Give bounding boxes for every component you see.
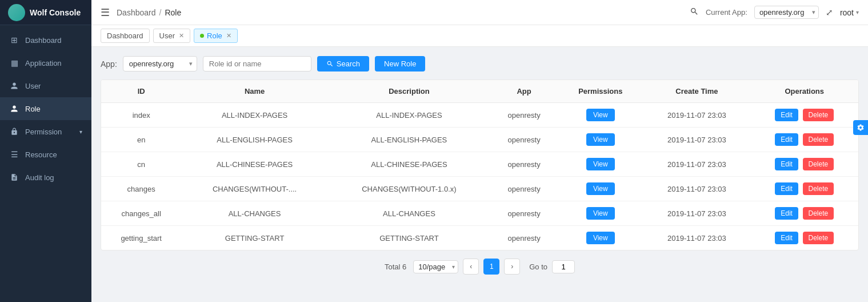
audit-log-icon bbox=[9, 172, 19, 182]
cell-permissions: View bbox=[558, 177, 643, 201]
edit-role-button[interactable]: Edit bbox=[775, 133, 798, 146]
delete-role-button[interactable]: Delete bbox=[803, 232, 834, 244]
cell-operations: Edit Delete bbox=[750, 201, 858, 226]
page-size-wrapper: 10/page 20/page 50/page bbox=[413, 260, 458, 273]
view-permissions-button[interactable]: View bbox=[586, 232, 615, 244]
role-search-input[interactable] bbox=[203, 56, 311, 71]
tab-user[interactable]: User ✕ bbox=[153, 29, 190, 43]
view-permissions-button[interactable]: View bbox=[586, 207, 615, 220]
cell-permissions: View bbox=[558, 128, 643, 152]
table-row: cn ALL-CHINESE-PAGES ALL-CHINESE-PAGES o… bbox=[101, 152, 858, 177]
cell-operations: Edit Delete bbox=[750, 177, 858, 201]
edit-role-button[interactable]: Edit bbox=[775, 182, 798, 195]
cell-name: ALL-INDEX-PAGES bbox=[181, 103, 328, 128]
next-page-button[interactable]: › bbox=[504, 259, 520, 275]
user-menu[interactable]: root ▾ bbox=[840, 8, 859, 17]
cell-app: openresty bbox=[490, 201, 558, 226]
col-operations: Operations bbox=[750, 80, 858, 103]
col-name: Name bbox=[181, 80, 328, 103]
tab-dashboard-label: Dashboard bbox=[107, 31, 143, 40]
current-app-select[interactable]: openresty.org bbox=[754, 6, 819, 19]
sidebar-item-audit-log[interactable]: Audit log bbox=[0, 166, 91, 189]
sidebar-item-application[interactable]: ▦ Application bbox=[0, 51, 91, 74]
tabs-bar: Dashboard User ✕ Role ✕ bbox=[91, 25, 868, 47]
sidebar-item-resource[interactable]: ☰ Resource bbox=[0, 143, 91, 166]
cell-id: changes_all bbox=[101, 201, 181, 226]
table-header-row: ID Name Description App Permissions Crea… bbox=[101, 80, 858, 103]
app-select-wrapper: openresty.org bbox=[123, 56, 197, 71]
delete-role-button[interactable]: Delete bbox=[803, 182, 834, 195]
tab-role[interactable]: Role ✕ bbox=[194, 29, 238, 43]
cell-create-time: 2019-11-07 23:03 bbox=[643, 177, 750, 201]
breadcrumb-home[interactable]: Dashboard bbox=[117, 8, 156, 17]
cell-id: changes bbox=[101, 177, 181, 201]
view-permissions-button[interactable]: View bbox=[586, 158, 615, 170]
pagination: Total 6 10/page 20/page 50/page ‹ 1 › Go… bbox=[101, 259, 859, 275]
cell-permissions: View bbox=[558, 226, 643, 251]
role-icon bbox=[9, 104, 19, 114]
edit-role-button[interactable]: Edit bbox=[775, 207, 798, 220]
topbar: ☰ Dashboard / Role Current App: openrest… bbox=[91, 0, 868, 25]
page-size-select[interactable]: 10/page 20/page 50/page bbox=[413, 260, 458, 273]
cell-create-time: 2019-11-07 23:03 bbox=[643, 152, 750, 177]
page-1-button[interactable]: 1 bbox=[483, 259, 499, 275]
col-create-time: Create Time bbox=[643, 80, 750, 103]
table-row: index ALL-INDEX-PAGES ALL-INDEX-PAGES op… bbox=[101, 103, 858, 128]
col-permissions: Permissions bbox=[558, 80, 643, 103]
sidebar: Wolf Console ⊞ Dashboard ▦ Application U… bbox=[0, 0, 91, 302]
cell-permissions: View bbox=[558, 103, 643, 128]
delete-role-button[interactable]: Delete bbox=[803, 207, 834, 220]
edit-role-button[interactable]: Edit bbox=[775, 232, 798, 244]
cell-description: GETTING-START bbox=[328, 226, 490, 251]
logo-icon bbox=[8, 4, 25, 21]
search-button[interactable]: Search bbox=[317, 56, 369, 71]
sidebar-item-user[interactable]: User bbox=[0, 74, 91, 97]
settings-gear-button[interactable] bbox=[853, 120, 868, 135]
resource-icon: ☰ bbox=[9, 149, 19, 160]
view-permissions-button[interactable]: View bbox=[586, 133, 615, 146]
cell-app: openresty bbox=[490, 103, 558, 128]
tab-dashboard[interactable]: Dashboard bbox=[101, 29, 150, 43]
sidebar-item-role[interactable]: Role bbox=[0, 97, 91, 120]
cell-description: ALL-CHANGES bbox=[328, 201, 490, 226]
search-button-label: Search bbox=[337, 59, 360, 68]
sidebar-item-label: User bbox=[25, 82, 41, 90]
goto-input[interactable] bbox=[552, 260, 575, 273]
delete-role-button[interactable]: Delete bbox=[803, 133, 834, 146]
application-icon: ▦ bbox=[9, 58, 19, 68]
sidebar-logo[interactable]: Wolf Console bbox=[0, 0, 91, 25]
hamburger-icon[interactable]: ☰ bbox=[101, 6, 110, 19]
delete-role-button[interactable]: Delete bbox=[803, 109, 834, 121]
tab-role-close-icon[interactable]: ✕ bbox=[226, 32, 231, 39]
tab-role-dot bbox=[200, 34, 204, 38]
sidebar-item-dashboard[interactable]: ⊞ Dashboard bbox=[0, 29, 91, 51]
search-icon[interactable] bbox=[690, 7, 699, 18]
filter-row: App: openresty.org Search New Role bbox=[101, 56, 859, 71]
app-filter-select[interactable]: openresty.org bbox=[123, 56, 197, 71]
breadcrumb-separator: / bbox=[159, 8, 162, 17]
view-permissions-button[interactable]: View bbox=[586, 182, 615, 195]
sidebar-item-label: Dashboard bbox=[25, 36, 62, 45]
fullscreen-icon[interactable]: ⤢ bbox=[826, 7, 833, 18]
cell-name: GETTING-START bbox=[181, 226, 328, 251]
breadcrumb-current: Role bbox=[165, 8, 181, 17]
tab-user-close-icon[interactable]: ✕ bbox=[179, 32, 184, 39]
breadcrumb: Dashboard / Role bbox=[117, 8, 181, 17]
sidebar-item-label: Resource bbox=[25, 150, 57, 159]
cell-operations: Edit Delete bbox=[750, 128, 858, 152]
col-description: Description bbox=[328, 80, 490, 103]
prev-page-button[interactable]: ‹ bbox=[463, 259, 479, 275]
cell-name: ALL-ENGLISH-PAGES bbox=[181, 128, 328, 152]
view-permissions-button[interactable]: View bbox=[586, 109, 615, 121]
goto-label: Go to bbox=[529, 263, 547, 271]
edit-role-button[interactable]: Edit bbox=[775, 158, 798, 170]
sidebar-item-permission[interactable]: Permission ▾ bbox=[0, 120, 91, 143]
edit-role-button[interactable]: Edit bbox=[775, 109, 798, 121]
delete-role-button[interactable]: Delete bbox=[803, 158, 834, 170]
topbar-right: Current App: openresty.org ⤢ root ▾ bbox=[690, 6, 859, 19]
cell-app: openresty bbox=[490, 152, 558, 177]
col-app: App bbox=[490, 80, 558, 103]
new-role-button[interactable]: New Role bbox=[375, 56, 425, 71]
cell-operations: Edit Delete bbox=[750, 152, 858, 177]
sidebar-nav: ⊞ Dashboard ▦ Application User Role Perm… bbox=[0, 25, 91, 302]
